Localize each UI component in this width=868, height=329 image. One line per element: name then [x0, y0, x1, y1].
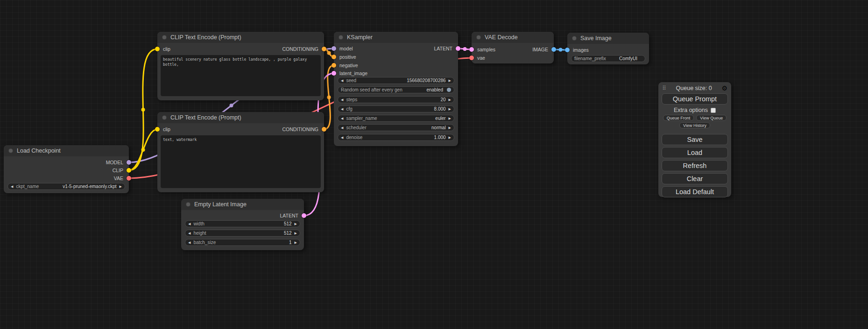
output-slot-conditioning[interactable] [322, 127, 326, 132]
node-canvas[interactable]: Load Checkpoint MODEL CLIP VAE ◀ ckpt_na… [0, 0, 868, 329]
link-midpoint-clip-positive[interactable] [141, 108, 145, 112]
increment-arrow-icon[interactable]: ▶ [295, 230, 297, 236]
drag-handle-icon[interactable]: ⠿ [662, 85, 666, 91]
widget-label: sampler_name [346, 116, 377, 121]
widget-cfg[interactable]: ◀ cfg 8.000 ▶ [338, 105, 454, 112]
widget-random-seed-toggle[interactable]: Random seed after every gen enabled [338, 86, 454, 93]
node-title-bar[interactable]: Empty Latent Image [181, 199, 304, 210]
load-default-button[interactable]: Load Default [662, 186, 728, 197]
increment-arrow-icon[interactable]: ▶ [295, 239, 297, 245]
input-slot-clip[interactable] [155, 127, 160, 132]
decrement-arrow-icon[interactable]: ◀ [341, 125, 343, 131]
node-save-image[interactable]: Save Image images filename_prefix ComfyU… [567, 33, 649, 64]
extra-options-label: Extra options [674, 107, 708, 113]
node-title-bar[interactable]: CLIP Text Encode (Prompt) [157, 112, 324, 123]
settings-gear-icon[interactable]: ⚙ [721, 84, 727, 92]
node-clip-text-encode-positive[interactable]: CLIP Text Encode (Prompt) clip CONDITION… [157, 32, 324, 100]
node-title-bar[interactable]: Load Checkpoint [4, 145, 129, 156]
node-title-bar[interactable]: KSampler [334, 32, 458, 43]
collapse-dot[interactable] [162, 35, 167, 40]
output-slot-model[interactable] [127, 160, 131, 165]
collapse-dot[interactable] [186, 202, 191, 207]
output-slot-vae[interactable] [127, 176, 131, 181]
widget-sampler-name[interactable]: ◀ sampler_name euler ▶ [338, 115, 454, 122]
output-slot-conditioning[interactable] [322, 47, 326, 51]
node-title: VAE Decode [485, 34, 518, 41]
decrement-arrow-icon[interactable]: ◀ [341, 106, 343, 112]
node-load-checkpoint[interactable]: Load Checkpoint MODEL CLIP VAE ◀ ckpt_na… [4, 145, 129, 193]
increment-arrow-icon[interactable]: ▶ [449, 134, 451, 140]
decrement-arrow-icon[interactable]: ◀ [188, 221, 191, 227]
node-clip-text-encode-negative[interactable]: CLIP Text Encode (Prompt) clip CONDITION… [157, 112, 324, 192]
node-title-bar[interactable]: Save Image [567, 33, 649, 44]
widget-width[interactable]: ◀ width 512 ▶ [185, 220, 300, 227]
refresh-button[interactable]: Refresh [662, 160, 728, 171]
collapse-dot[interactable] [476, 35, 481, 40]
decrement-arrow-icon[interactable]: ◀ [341, 77, 343, 84]
view-queue-button[interactable]: View Queue [696, 115, 727, 121]
link-midpoint-model[interactable] [230, 104, 233, 107]
queue-size-status: Queue size: 0 [666, 85, 722, 91]
input-slot-label-vae: vae [477, 54, 485, 62]
widget-filename-prefix[interactable]: filename_prefix ComfyUI [571, 55, 645, 62]
increment-arrow-icon[interactable]: ▶ [449, 115, 451, 121]
collapse-dot[interactable] [339, 35, 343, 40]
increment-arrow-icon[interactable]: ▶ [449, 106, 451, 112]
prompt-textarea[interactable]: text, watermark [161, 135, 321, 188]
decrement-arrow-icon[interactable]: ◀ [188, 230, 191, 236]
output-slot-latent[interactable] [302, 213, 306, 218]
increment-arrow-icon[interactable]: ▶ [449, 125, 451, 131]
input-slot-vae[interactable] [469, 56, 474, 60]
input-slot-positive[interactable] [332, 55, 336, 59]
input-slot-label-latent-image: latent_image [339, 70, 367, 77]
widget-batch-size[interactable]: ◀ batch_size 1 ▶ [185, 239, 300, 246]
collapse-dot[interactable] [8, 148, 13, 153]
node-vae-decode[interactable]: VAE Decode samples vae IMAGE [472, 32, 554, 63]
increment-arrow-icon[interactable]: ▶ [295, 221, 297, 227]
link-midpoint-image[interactable] [559, 48, 563, 52]
link-midpoint-clip-negative[interactable] [141, 148, 145, 152]
collapse-dot[interactable] [162, 115, 167, 120]
link-midpoint-negative[interactable] [327, 96, 331, 99]
input-slot-images[interactable] [565, 48, 570, 52]
output-slot-latent[interactable] [456, 46, 460, 51]
decrement-arrow-icon[interactable]: ◀ [341, 115, 343, 121]
prompt-textarea[interactable]: beautiful scenery nature glass bottle la… [161, 55, 321, 96]
extra-options-checkbox[interactable] [711, 108, 716, 113]
input-slot-clip[interactable] [155, 47, 160, 51]
load-button[interactable]: Load [662, 147, 728, 158]
increment-arrow-icon[interactable]: ▶ [449, 77, 451, 84]
input-slot-label-images: images [573, 46, 589, 54]
widget-scheduler[interactable]: ◀ scheduler normal ▶ [338, 124, 454, 131]
input-slot-samples[interactable] [469, 47, 474, 52]
input-slot-model[interactable] [332, 46, 336, 51]
node-title-bar[interactable]: VAE Decode [472, 32, 554, 43]
view-history-button[interactable]: View History [679, 122, 710, 128]
decrement-arrow-icon[interactable]: ◀ [341, 134, 343, 140]
node-title-bar[interactable]: CLIP Text Encode (Prompt) [157, 32, 324, 43]
output-slot-image[interactable] [551, 47, 556, 52]
decrement-arrow-icon[interactable]: ◀ [11, 183, 13, 189]
decrement-arrow-icon[interactable]: ◀ [188, 239, 191, 245]
widget-seed[interactable]: ◀ seed 156680208700286 ▶ [338, 77, 454, 84]
widget-denoise[interactable]: ◀ denoise 1.000 ▶ [338, 134, 454, 141]
output-slot-clip[interactable] [127, 168, 131, 173]
widget-ckpt-name[interactable]: ◀ ckpt_name v1-5-pruned-emaonly.ckpt ▶ [7, 183, 125, 190]
node-empty-latent-image[interactable]: Empty Latent Image LATENT ◀ width 512 ▶ … [181, 199, 304, 250]
toggle-indicator-icon[interactable] [447, 88, 451, 92]
link-midpoint-positive[interactable] [327, 51, 331, 55]
input-slot-negative[interactable] [332, 63, 336, 68]
save-button[interactable]: Save [662, 134, 728, 145]
queue-front-button[interactable]: Queue Front [663, 115, 694, 121]
input-slot-latent-image[interactable] [332, 71, 336, 76]
widget-steps[interactable]: ◀ steps 20 ▶ [338, 96, 454, 103]
node-ksampler[interactable]: KSampler model positive negative latent_… [334, 32, 458, 146]
collapse-dot[interactable] [572, 36, 577, 41]
increment-arrow-icon[interactable]: ▶ [120, 183, 122, 189]
increment-arrow-icon[interactable]: ▶ [449, 97, 451, 103]
decrement-arrow-icon[interactable]: ◀ [341, 97, 343, 103]
queue-prompt-button[interactable]: Queue Prompt [662, 93, 728, 105]
widget-height[interactable]: ◀ height 512 ▶ [185, 230, 300, 237]
link-midpoint-samples[interactable] [463, 47, 467, 51]
clear-button[interactable]: Clear [662, 173, 728, 184]
